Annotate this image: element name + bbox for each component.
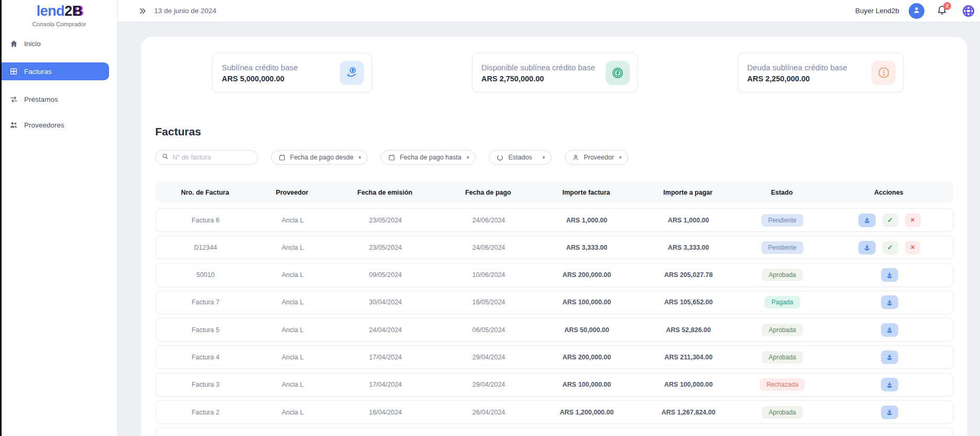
reject-invoice-button[interactable]: ✕ — [905, 214, 921, 227]
invoice-provider: Ancla L — [255, 299, 330, 306]
table-row: Factura 7 Ancla L 30/04/2024 16/05/2024 … — [155, 291, 953, 314]
avatar[interactable] — [909, 3, 924, 19]
invoice-provider: Ancla L — [255, 217, 330, 224]
sidebar-nav: Inicio Facturas Préstamos Proveedores — [2, 37, 117, 132]
invoice-issue-date: 17/04/2024 — [330, 354, 441, 361]
globe-icon[interactable] — [961, 4, 976, 18]
invoice-provider: Ancla L — [255, 271, 330, 279]
invoice-payable: ARS 100,000.00 — [637, 381, 740, 388]
sidebar-item-label: Inicio — [24, 40, 41, 48]
table-row: D12344 Ancla L 23/05/2024 24/06/2024 ARS… — [155, 236, 953, 259]
invoice-number: Factura 2 — [156, 409, 255, 416]
logo-text-b: B — [72, 3, 82, 19]
table-header: Nro. de Factura Proveedor Fecha de emisi… — [155, 182, 953, 203]
download-invoice-button[interactable] — [881, 378, 898, 391]
download-invoice-button[interactable] — [858, 241, 876, 254]
sidebar-item-label: Proveedores — [24, 121, 64, 129]
filters-row: Fecha de pago desde ▾ Fecha de pago hast… — [155, 150, 953, 165]
invoice-provider: Ancla L — [255, 381, 330, 388]
status-badge: Aprobada — [762, 269, 803, 281]
coins-icon — [606, 61, 630, 85]
column-header: Proveedor — [255, 189, 329, 196]
stat-card-disponible: Disponible sublínea crédito base ARS 2,7… — [472, 53, 638, 92]
calendar-icon — [388, 154, 395, 161]
invoice-provider: Ancla L — [255, 244, 330, 251]
invoice-payable: ARS 211,304.00 — [637, 354, 740, 361]
approve-invoice-button[interactable]: ✓ — [882, 241, 898, 254]
column-header: Acciones — [824, 189, 953, 196]
download-invoice-button[interactable] — [881, 350, 898, 364]
topbar-right: Buyer Lend2b 2 — [855, 3, 976, 19]
invoice-provider: Ancla L — [255, 354, 330, 361]
notifications-button[interactable]: 2 — [935, 4, 949, 18]
current-date: 13 de junio de 2024 — [154, 7, 217, 15]
invoice-issue-date: 23/05/2024 — [330, 244, 441, 251]
table-row: Factura 2 Ancla L 16/04/2024 26/04/2024 … — [155, 400, 953, 424]
stat-card-sublinea: Sublínea crédito base ARS 5,000,000.00 — [212, 53, 372, 92]
invoice-payable: ARS 52,826.00 — [637, 326, 740, 334]
download-invoice-button[interactable] — [881, 295, 898, 309]
sidebar-item-proveedores[interactable]: Proveedores — [2, 118, 117, 132]
topbar: 13 de junio de 2024 Buyer Lend2b 2 — [118, 0, 980, 22]
invoice-due-date: 29/04/2024 — [441, 354, 536, 361]
sidebar-item-prestamos[interactable]: Préstamos — [2, 92, 117, 106]
download-invoice-button[interactable] — [858, 214, 876, 227]
stat-value: ARS 2,250,000.00 — [747, 75, 871, 83]
invoice-number: 50010 — [156, 271, 255, 279]
download-invoice-button[interactable] — [881, 406, 898, 419]
table-row: Factura 3 Ancla L 17/04/2024 29/04/2024 … — [155, 373, 953, 397]
home-icon — [9, 39, 18, 48]
invoice-issue-date: 24/04/2024 — [330, 326, 441, 334]
swap-arrows-icon — [9, 94, 18, 104]
double-chevron-icon[interactable] — [137, 6, 148, 16]
row-actions — [825, 268, 954, 282]
alert-octagon-icon — [871, 61, 896, 85]
notification-badge: 2 — [943, 2, 951, 10]
filter-provider-button[interactable]: Proveedor ▾ — [565, 150, 628, 165]
invoices-table: Nro. de Factura Proveedor Fecha de emisi… — [155, 182, 953, 436]
invoice-number: Factura 6 — [156, 217, 255, 224]
sidebar-item-facturas[interactable]: Facturas — [2, 62, 109, 80]
invoice-number: Factura 5 — [156, 326, 255, 334]
table-row-partial — [155, 428, 953, 436]
invoice-amount: ARS 200,000.00 — [536, 354, 637, 361]
search-input[interactable] — [173, 154, 252, 161]
invoice-due-date: 24/06/2024 — [441, 244, 536, 251]
invoice-payable: ARS 205,027.78 — [637, 271, 740, 279]
download-invoice-button[interactable] — [881, 268, 898, 282]
invoice-amount: ARS 1,200,000.00 — [536, 409, 637, 416]
sidebar-item-inicio[interactable]: Inicio — [2, 37, 117, 50]
status-badge: Pendiente — [761, 241, 803, 254]
status-badge: Aprobada — [762, 324, 803, 336]
invoice-issue-date: 30/04/2024 — [330, 299, 441, 306]
table-row: Factura 4 Ancla L 17/04/2024 29/04/2024 … — [155, 345, 953, 369]
filter-date-from-button[interactable]: Fecha de pago desde ▾ — [271, 150, 368, 165]
stat-title: Sublínea crédito base — [222, 63, 340, 72]
approve-invoice-button[interactable]: ✓ — [882, 214, 898, 227]
invoice-due-date: 26/04/2024 — [441, 409, 536, 416]
table-row: 50010 Ancla L 09/05/2024 10/06/2024 ARS … — [155, 263, 953, 287]
person-icon — [572, 154, 579, 161]
row-actions — [825, 406, 954, 419]
invoice-payable: ARS 3,333.00 — [637, 244, 740, 251]
column-header: Importe a pagar — [637, 189, 739, 196]
invoice-amount: ARS 100,000.00 — [536, 381, 637, 388]
filter-states-button[interactable]: Estados ▾ — [489, 150, 552, 165]
chevron-down-icon: ▾ — [543, 155, 545, 160]
chevron-down-icon: ▾ — [619, 155, 622, 160]
invoice-issue-date: 09/05/2024 — [330, 271, 441, 279]
invoice-number: Factura 3 — [156, 381, 255, 388]
row-actions: ✓ ✕ — [825, 214, 954, 227]
download-invoice-button[interactable] — [881, 323, 898, 337]
filter-date-to-button[interactable]: Fecha de pago hasta ▾ — [381, 150, 476, 165]
invoice-payable: ARS 105,652.00 — [637, 299, 740, 306]
stat-title: Deuda sublínea crédito base — [747, 63, 871, 72]
invoice-issue-date: 23/05/2024 — [330, 217, 441, 224]
reject-invoice-button[interactable]: ✕ — [905, 241, 921, 254]
status-badge: Pendiente — [761, 214, 803, 227]
status-badge: Rechazada — [760, 378, 805, 391]
user-name: Buyer Lend2b — [855, 7, 899, 15]
invoice-payable: ARS 1,267,824.00 — [637, 409, 740, 416]
invoice-amount: ARS 100,000.00 — [536, 299, 637, 306]
row-actions — [825, 323, 954, 337]
